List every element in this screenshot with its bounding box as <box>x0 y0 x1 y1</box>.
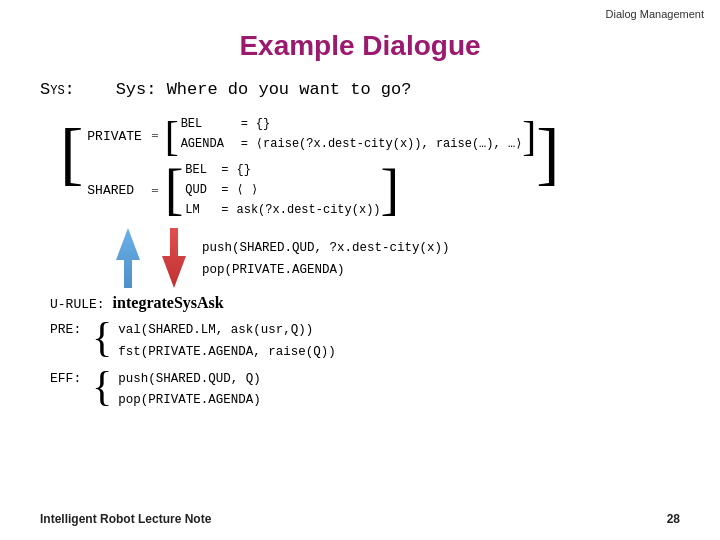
eff-bracket-left: { <box>92 365 112 407</box>
shared-inner-bracket-left: [ <box>165 161 184 217</box>
private-eq: = <box>151 128 158 144</box>
pre-label: PRE: <box>50 322 86 337</box>
shared-inner-bracket-right: ] <box>381 161 400 217</box>
qud-label: QUD <box>185 181 213 201</box>
eq-2: = <box>241 135 248 155</box>
eff-val2: pop(PRIVATE.AGENDA) <box>118 390 261 411</box>
shared-qud-val: ⟨ ⟩ <box>237 181 259 201</box>
private-agenda-row: AGENDA = ⟨raise(?x.dest-city(x)), raise(… <box>181 135 523 155</box>
bel-label-2: BEL <box>185 161 213 181</box>
urule-value: integrateSysAsk <box>113 294 224 312</box>
push-text: push(SHARED.QUD, ?x.dest-city(x)) <box>202 238 450 259</box>
slide-title: Example Dialogue <box>40 30 680 62</box>
private-agenda-val: ⟨raise(?x.dest-city(x)), raise(…), …⟩ <box>256 135 523 155</box>
sys-utterance: Sys: Sys: Where do you want to go? <box>40 80 680 99</box>
pre-val2: fst(PRIVATE.AGENDA, raise(Q)) <box>118 342 336 363</box>
private-inner-bracket-left: [ <box>165 115 179 157</box>
agenda-label: AGENDA <box>181 135 233 155</box>
pop-text: pop(PRIVATE.AGENDA) <box>202 260 450 281</box>
pre-bracket-left: { <box>92 316 112 358</box>
sys-label: Sys: <box>40 80 75 99</box>
outer-bracket-left: [ <box>60 119 83 189</box>
shared-lm-row: LM = ask(?x.dest-city(x)) <box>185 201 380 221</box>
private-bel-row: BEL = {} <box>181 115 523 135</box>
shared-lm-val: ask(?x.dest-city(x)) <box>237 201 381 221</box>
outer-bracket-right: ] <box>536 119 559 189</box>
footer-left: Intelligent Robot Lecture Note <box>40 512 211 526</box>
shared-label: SHARED <box>87 183 145 198</box>
shared-bel-row: BEL = {} <box>185 161 380 181</box>
shared-bel-val: {} <box>237 161 251 181</box>
shared-eq: = <box>151 183 158 199</box>
urule-label: U-RULE: <box>50 297 105 312</box>
lm-label: LM <box>185 201 213 221</box>
eff-label: EFF: <box>50 371 86 386</box>
svg-marker-1 <box>162 228 186 288</box>
bel-label-1: BEL <box>181 115 233 135</box>
slide-category-label: Dialog Management <box>606 8 704 20</box>
pre-val1: val(SHARED.LM, ask(usr,Q)) <box>118 320 336 341</box>
shared-qud-row: QUD = ⟨ ⟩ <box>185 181 380 201</box>
private-label: PRIVATE <box>87 129 145 144</box>
sys-text: Sys: Where do you want to go? <box>116 80 412 99</box>
up-arrow-icon <box>156 228 192 288</box>
eq-1: = <box>241 115 248 135</box>
private-inner-bracket-right: ] <box>522 115 536 157</box>
footer-page-number: 28 <box>667 512 680 526</box>
down-arrow-icon <box>110 228 146 288</box>
eff-val1: push(SHARED.QUD, Q) <box>118 369 261 390</box>
svg-marker-0 <box>116 228 140 288</box>
private-bel-val: {} <box>256 115 270 135</box>
